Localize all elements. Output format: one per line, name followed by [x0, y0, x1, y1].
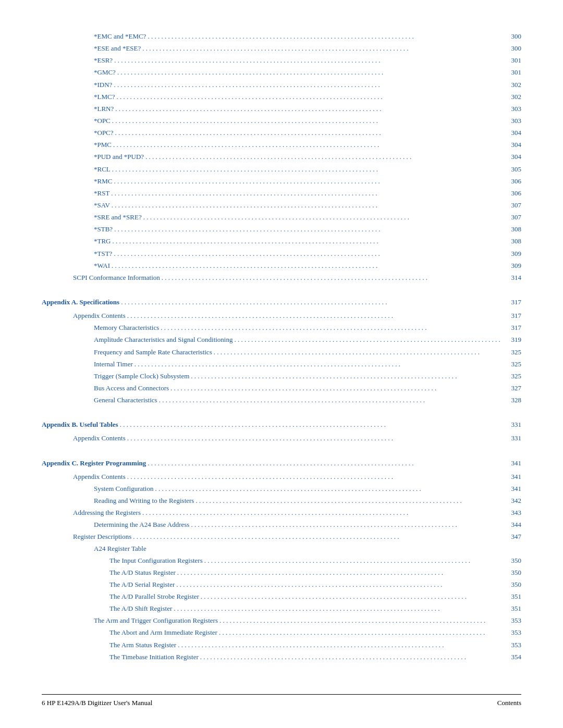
toc-item[interactable]: The A/D Status Register350 — [42, 567, 521, 578]
toc-label[interactable]: *TRG — [94, 236, 111, 246]
toc-item[interactable]: The Input Configuration Registers350 — [42, 556, 521, 566]
toc-item[interactable]: The Arm and Trigger Configuration Regist… — [42, 615, 521, 626]
appendix-header-entry[interactable]: Appendix C. Register Programming341 — [42, 451, 521, 471]
toc-label[interactable]: Frequency and Sample Rate Characteristic… — [94, 347, 212, 357]
toc-item[interactable]: Determining the A24 Base Address344 — [42, 520, 521, 530]
toc-label[interactable]: Appendix Contents — [73, 433, 126, 443]
toc-label[interactable]: Internal Timer — [94, 359, 133, 369]
toc-item[interactable]: *TRG308 — [42, 236, 521, 247]
toc-item[interactable]: *EMC and *EMC?300 — [42, 31, 521, 42]
toc-label[interactable]: *STB? — [94, 224, 113, 235]
toc-label[interactable]: *LRN? — [94, 104, 114, 114]
toc-item[interactable]: The Abort and Arm Immediate Register353 — [42, 627, 521, 638]
toc-label[interactable]: General Characteristics — [94, 395, 157, 405]
toc-item[interactable]: Appendix Contents331 — [42, 433, 521, 444]
toc-item[interactable]: *PUD and *PUD?304 — [42, 152, 521, 163]
appendix-header-entry[interactable]: Appendix B. Useful Tables331 — [42, 412, 521, 432]
toc-item[interactable]: *RMC306 — [42, 176, 521, 187]
toc-item[interactable]: *IDN?302 — [42, 80, 521, 91]
appendix-header-label[interactable]: Appendix B. Useful Tables — [42, 419, 118, 430]
toc-item[interactable]: Appendix Contents341 — [42, 472, 521, 483]
toc-item[interactable]: Trigger (Sample Clock) Subsystem325 — [42, 371, 521, 382]
toc-label[interactable]: Reading and Writing to the Registers — [94, 496, 194, 506]
toc-item[interactable]: SCPI Conformance Information314 — [42, 273, 521, 283]
toc-item[interactable]: Frequency and Sample Rate Characteristic… — [42, 347, 521, 358]
toc-item[interactable]: Memory Characteristics317 — [42, 323, 521, 334]
toc-label[interactable]: *IDN? — [94, 80, 112, 90]
toc-item[interactable]: Bus Access and Connectors327 — [42, 383, 521, 394]
toc-label[interactable]: The A/D Parallel Strobe Register — [109, 591, 199, 602]
toc-page-number: 300 — [506, 31, 521, 42]
toc-label[interactable]: *RMC — [94, 176, 112, 187]
toc-label[interactable]: *ESR? — [94, 55, 113, 66]
toc-item[interactable]: *PMC304 — [42, 140, 521, 151]
toc-item[interactable]: Addressing the Registers343 — [42, 508, 521, 519]
toc-item[interactable]: *LRN?303 — [42, 104, 521, 115]
toc-label[interactable]: Memory Characteristics — [94, 323, 159, 333]
toc-page-number: 302 — [506, 92, 521, 102]
toc-item[interactable]: *RCL305 — [42, 164, 521, 175]
toc-label[interactable]: Appendix Contents — [73, 472, 126, 482]
toc-item[interactable]: *TST?309 — [42, 249, 521, 260]
toc-label[interactable]: The Arm Status Register — [109, 640, 176, 650]
toc-label[interactable]: The A/D Status Register — [109, 567, 176, 578]
toc-label[interactable]: The Abort and Arm Immediate Register — [109, 627, 217, 638]
toc-item[interactable]: A24 Register Table — [42, 544, 521, 554]
toc-item[interactable]: *GMC?301 — [42, 67, 521, 78]
toc-label[interactable]: *PUD and *PUD? — [94, 152, 144, 162]
toc-label[interactable]: The Input Configuration Registers — [109, 556, 203, 566]
toc-item[interactable]: *ESR?301 — [42, 55, 521, 66]
toc-label[interactable]: *ESE and *ESE? — [94, 43, 141, 54]
toc-label[interactable]: *EMC and *EMC? — [94, 31, 146, 42]
toc-item[interactable]: Reading and Writing to the Registers342 — [42, 496, 521, 507]
toc-item[interactable]: *ESE and *ESE?300 — [42, 43, 521, 54]
toc-label[interactable]: The Timebase Initiation Register — [109, 652, 199, 662]
toc-label[interactable]: *RCL — [94, 164, 111, 175]
toc-item[interactable]: *OPC303 — [42, 116, 521, 127]
toc-label[interactable]: SCPI Conformance Information — [73, 273, 160, 283]
toc-item[interactable]: Amplitude Characteristics and Signal Con… — [42, 335, 521, 346]
toc-item[interactable]: Register Descriptions347 — [42, 532, 521, 542]
toc-item[interactable]: The Timebase Initiation Register354 — [42, 652, 521, 663]
toc-label[interactable]: *PMC — [94, 140, 112, 150]
toc-label[interactable]: A24 Register Table — [94, 544, 146, 554]
toc-label[interactable]: Register Descriptions — [73, 532, 131, 542]
toc-label[interactable]: Determining the A24 Base Address — [94, 520, 189, 530]
toc-label[interactable]: Bus Access and Connectors — [94, 383, 169, 393]
toc-item[interactable]: General Characteristics328 — [42, 395, 521, 406]
toc-item[interactable]: System Configuration341 — [42, 484, 521, 495]
toc-item[interactable]: The A/D Shift Register351 — [42, 603, 521, 614]
toc-label[interactable]: *RST — [94, 188, 109, 199]
toc-label[interactable]: *WAI — [94, 261, 110, 271]
toc-label[interactable]: *SAV — [94, 200, 110, 211]
toc-item[interactable]: Internal Timer325 — [42, 359, 521, 370]
toc-item[interactable]: *OPC?304 — [42, 128, 521, 139]
appendix-header-label[interactable]: Appendix A. Specifications — [42, 297, 119, 307]
toc-label[interactable]: *LMC? — [94, 92, 115, 102]
toc-label[interactable]: *SRE and *SRE? — [94, 212, 142, 223]
appendix-header-entry[interactable]: Appendix A. Specifications317 — [42, 290, 521, 310]
toc-item[interactable]: *STB?308 — [42, 224, 521, 235]
toc-label[interactable]: Trigger (Sample Clock) Subsystem — [94, 371, 189, 381]
toc-label[interactable]: Appendix Contents — [73, 311, 126, 321]
toc-label[interactable]: *OPC — [94, 116, 111, 126]
toc-item[interactable]: Appendix Contents317 — [42, 311, 521, 322]
toc-label[interactable]: *GMC? — [94, 67, 116, 78]
toc-item[interactable]: The Arm Status Register353 — [42, 640, 521, 651]
toc-item[interactable]: *SAV307 — [42, 200, 521, 211]
appendix-header-label[interactable]: Appendix C. Register Programming — [42, 458, 146, 468]
toc-label[interactable]: The Arm and Trigger Configuration Regist… — [94, 615, 218, 626]
toc-item[interactable]: The A/D Parallel Strobe Register351 — [42, 591, 521, 602]
toc-item[interactable]: *LMC?302 — [42, 92, 521, 103]
toc-label[interactable]: *TST? — [94, 249, 112, 259]
toc-label[interactable]: The A/D Shift Register — [109, 603, 172, 614]
toc-label[interactable]: *OPC? — [94, 128, 114, 138]
toc-item[interactable]: *WAI309 — [42, 261, 521, 272]
toc-label[interactable]: The A/D Serial Register — [109, 579, 175, 590]
toc-label[interactable]: Addressing the Registers — [73, 508, 141, 518]
toc-item[interactable]: The A/D Serial Register350 — [42, 579, 521, 590]
toc-label[interactable]: Amplitude Characteristics and Signal Con… — [94, 335, 232, 345]
toc-item[interactable]: *RST306 — [42, 188, 521, 199]
toc-item[interactable]: *SRE and *SRE?307 — [42, 212, 521, 223]
toc-label[interactable]: System Configuration — [94, 484, 153, 494]
